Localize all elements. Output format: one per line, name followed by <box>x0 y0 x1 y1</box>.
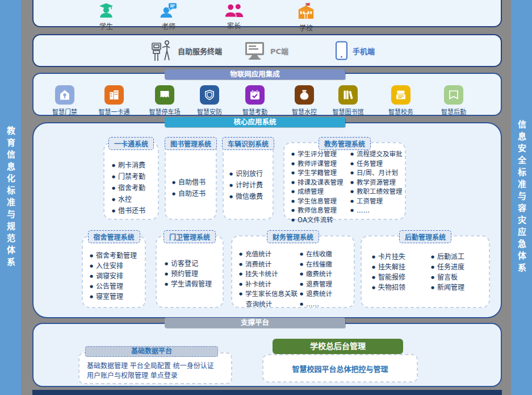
system-title: 一卡通系统 <box>108 137 154 150</box>
list-item: 访客登记 <box>165 259 223 269</box>
user-teacher-label: 老师 <box>149 21 188 31</box>
list-item: 退费统计 <box>300 290 351 300</box>
iot-label: 智慧门禁 <box>42 107 87 116</box>
attendance-calendar-icon <box>245 85 265 105</box>
parents-icon <box>225 2 244 18</box>
school-affairs-printer-icon <box>391 85 410 105</box>
iot-parking: 智慧停车场 <box>142 85 187 116</box>
iot-library: 智慧图书馆 <box>325 85 371 116</box>
iot-label: 智慧图书馆 <box>325 107 371 116</box>
list-item: 成绩管理 <box>291 188 350 197</box>
one-card-icon <box>104 85 124 105</box>
door-access-icon <box>55 85 74 105</box>
list-item: 入住安排 <box>90 261 145 272</box>
system-item-list: 刷卡消费门禁考勤宿舍考勤水控借书还书 <box>104 143 158 217</box>
list-item: 在线收缴 <box>300 250 351 260</box>
list-item: 学生评分管理 <box>291 150 350 160</box>
core-section-banner: 核心应用系统 <box>165 117 345 127</box>
system-gate: 门卫管理系统 访客登记预约管理学生请假管理 <box>156 235 224 308</box>
terminals-panel: 自助服务终端 PC端 手机端 <box>32 34 502 67</box>
support-section-banner: 支撑平台 <box>165 318 345 328</box>
system-finance: 财务管理系统 充值统计消费统计挂失卡统计补卡统计学生家长信息关联查询统计 在线收… <box>231 235 355 308</box>
terminal-kiosk-label: 自助服务终端 <box>178 45 222 56</box>
list-item: 流程提交及审批 <box>350 150 403 160</box>
system-item-list: 访客登记预约管理学生请假管理 <box>157 236 223 290</box>
iot-water-control: 智慧水控 <box>282 85 327 116</box>
system-one-card: 一卡通系统 刷卡消费门禁考勤宿舍考勤水控借书还书 <box>103 142 159 220</box>
list-item: 教师信息管理 <box>291 206 350 216</box>
self-service-kiosk-icon <box>150 39 173 62</box>
system-item-list: 充值统计消费统计挂失卡统计补卡统计学生家长信息关联查询统计 <box>239 250 300 310</box>
list-item: 教学资源管理 <box>350 178 403 188</box>
user-student-label: 学生 <box>86 21 126 31</box>
right-standard-bar-label: 信息安全标准与容灾应急体系 <box>516 120 527 275</box>
list-item: 挂失解挂 <box>372 263 431 273</box>
list-item: 消费统计 <box>239 260 300 271</box>
list-item: 退费管理 <box>300 280 351 290</box>
iot-label: 智慧安防 <box>187 107 232 116</box>
list-item: 在线催缴 <box>300 260 351 271</box>
list-item: 宿舍考勤管理 <box>90 251 145 261</box>
student-icon <box>98 2 115 18</box>
mobile-phone-icon <box>335 41 348 60</box>
list-item: 计时计费 <box>229 180 273 192</box>
core-systems-panel: 一卡通系统 刷卡消费门禁考勤宿舍考勤水控借书还书 图书管理系统 自助借书自助还书… <box>32 122 502 318</box>
list-item: 门禁考勤 <box>112 172 158 183</box>
iot-label: 智慧校务 <box>378 107 424 116</box>
basic-data-platform-title: 基础数据平台 <box>85 346 218 357</box>
school-icon <box>296 2 316 20</box>
iot-label: 智慧一卡通 <box>91 107 137 116</box>
list-item: 寝室管理 <box>90 292 145 302</box>
user-school-label: 学校 <box>286 23 326 32</box>
list-item: …… <box>350 206 403 216</box>
parking-icon <box>155 85 174 105</box>
system-item-list: 在线收缴在线催缴缴费统计退费管理退费统计…… <box>300 250 351 310</box>
list-item: 水控 <box>112 194 158 206</box>
list-item: 任务进度 <box>431 263 487 273</box>
list-item: 学生学籍管理 <box>291 169 350 178</box>
system-dormitory: 宿舍管理系统 宿舍考勤管理入住安排调寝安排公告管理寝室管理 <box>82 235 146 308</box>
user-parent: 家长 <box>214 2 254 30</box>
list-item: 智能报修 <box>372 273 431 283</box>
smart-campus-architecture-diagram: 教育信息化标准与规范体系 信息安全标准与容灾应急体系 学生 老师 <box>0 0 532 395</box>
list-item: OA文件流转 <box>291 216 350 226</box>
support-panel: 基础数据平台 基础数据管理 平台全局配置 统一身份认证 用户账户与权限管理 单点… <box>32 323 502 387</box>
system-logistics: 后勤管理系统 卡片挂失挂失解挂智能报修失物招领 后勤派工任务进度留言板新闻管理 <box>361 235 490 308</box>
basic-data-line: 基础数据管理 平台全局配置 统一身份认证 <box>87 361 231 371</box>
list-item: 任务管理 <box>350 160 403 169</box>
user-teacher: 老师 <box>149 2 188 31</box>
iot-door-access: 智慧门禁 <box>42 85 87 116</box>
system-title: 门卫管理系统 <box>164 230 216 243</box>
list-item: 留言板 <box>431 273 487 283</box>
list-item: 公告管理 <box>90 282 145 292</box>
iot-security: 智慧安防 <box>187 85 232 116</box>
list-item: 新闻管理 <box>431 283 487 293</box>
water-control-icon <box>295 85 314 105</box>
iot-section-banner: 物联网应用集成 <box>165 69 345 80</box>
terminal-pc: PC端 <box>244 41 288 60</box>
system-title: 财务管理系统 <box>267 230 319 243</box>
right-standard-bar: 信息安全标准与容灾应急体系 <box>511 0 532 395</box>
system-title: 教务管理系统 <box>319 137 371 150</box>
list-item: 排课及课表管理 <box>291 178 350 188</box>
list-item: 学生家长信息关联查询统计 <box>239 290 300 309</box>
list-item: 教职工绩效管理 <box>350 188 403 197</box>
system-title: 图书管理系统 <box>165 137 217 150</box>
list-item: 充值统计 <box>239 250 300 260</box>
list-item: 识别放行 <box>229 169 273 180</box>
terminal-pc-label: PC端 <box>270 45 288 56</box>
left-standard-bar-label: 教育信息化标准与规范体系 <box>5 126 16 269</box>
school-backend-box: 智慧校园平台总体把控与管理 <box>262 354 418 382</box>
system-item-list: 卡片挂失挂失解挂智能报修失物招领 <box>372 252 431 293</box>
left-standard-bar: 教育信息化标准与规范体系 <box>0 0 21 395</box>
user-school: 学校 <box>286 2 326 32</box>
list-item: 后勤派工 <box>431 252 487 263</box>
system-vehicle: 车辆识别系统 识别放行计时计费微信缴费 <box>223 142 274 220</box>
bottom-accent-band <box>32 390 502 395</box>
logistics-banner-icon <box>444 85 463 105</box>
list-item: 宿舍考勤 <box>112 183 158 194</box>
security-shield-icon <box>200 85 219 105</box>
list-item: 工资管理 <box>350 197 403 207</box>
list-item: …… <box>300 300 351 310</box>
list-item: 自助借书 <box>172 177 216 189</box>
